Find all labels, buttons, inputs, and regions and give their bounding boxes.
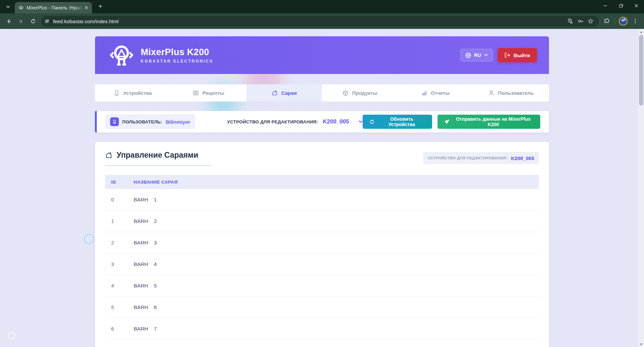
nav-tab-label: Пользователь — [498, 90, 534, 96]
refresh-label: Обновить Устройства — [378, 116, 425, 127]
user-badge: ПОЛЬЗОВАТЕЛЬ: Bilinmiyor — [105, 114, 195, 129]
user-value: Bilinmiyor — [166, 119, 190, 125]
minimize-button[interactable] — [598, 0, 613, 11]
scroll-up-arrow[interactable]: ▲ — [638, 29, 644, 35]
restore-icon — [619, 4, 623, 8]
cell-name: BARH 7 — [134, 326, 157, 332]
page-title-block: Управление Сараями — [105, 151, 212, 166]
nav-tab-user[interactable]: Пользователь — [473, 84, 549, 102]
bookmark-button[interactable] — [586, 16, 595, 26]
key-icon — [578, 18, 584, 24]
cell-id: 5 — [105, 304, 134, 310]
avatar — [619, 17, 628, 26]
cell-name: BARH 5 — [134, 283, 157, 289]
table-row[interactable]: 4 BARH 5 — [105, 275, 539, 297]
send-label: Отправить данные на MixerPlus K200 — [453, 116, 534, 127]
chevron-down-icon — [484, 54, 488, 56]
device-badge-value: K200_005 — [511, 155, 534, 161]
browser-tab[interactable]: MixerPlus - Панель Управления ✕ — [15, 2, 92, 13]
page-title: Управление Сараями — [117, 151, 198, 160]
scroll-down-arrow[interactable]: ▼ — [638, 341, 644, 347]
table-row[interactable]: 0 BARH 1 — [105, 189, 539, 210]
favicon-mixerplus — [18, 5, 24, 11]
app-subtitle: KOBASTAR ELECTRONICS — [141, 59, 213, 64]
back-icon — [6, 18, 12, 24]
toolbar-separator — [615, 18, 615, 24]
send-data-button[interactable]: Отправить данные на MixerPlus K200 — [438, 115, 540, 129]
barns-table: ID НАЗВАНИЕ САРАЯ 0 BARH 1 1 BARH 2 2 BA… — [105, 175, 539, 347]
decor-ring — [8, 332, 15, 339]
close-icon — [634, 4, 638, 8]
nav-tab-devices[interactable]: Устройства — [95, 84, 171, 102]
table-row[interactable]: 2 BARH 3 — [105, 232, 539, 254]
page-scrollbar[interactable]: ▲ ▼ — [638, 29, 644, 347]
table-row[interactable]: 5 BARH 6 — [105, 297, 539, 318]
globe-icon — [465, 52, 471, 58]
cell-id: 6 — [105, 326, 134, 332]
scrollbar-thumb[interactable] — [639, 35, 643, 106]
refresh-icon — [369, 119, 375, 125]
logout-icon — [504, 52, 510, 58]
refresh-devices-button[interactable]: Обновить Устройства — [363, 115, 432, 129]
translate-icon — [568, 18, 573, 24]
nav-tab-barns[interactable]: Сараи — [246, 84, 322, 102]
cell-name: BARH 6 — [134, 304, 157, 310]
table-row[interactable]: 3 BARH 4 — [105, 254, 539, 275]
nav-tab-recipes[interactable]: Рецепты — [171, 84, 246, 102]
profile-button[interactable] — [618, 16, 628, 26]
nav-tab-label: Сараи — [281, 90, 297, 96]
brand-block: MixerPlus K200 KOBASTAR ELECTRONICS — [141, 47, 213, 64]
language-selector[interactable]: RU — [460, 49, 493, 62]
tab-title: MixerPlus - Панель Управления — [27, 5, 83, 10]
browser-menu-button[interactable] — [630, 16, 640, 26]
password-manager-button[interactable] — [576, 16, 585, 26]
user-device-icon — [110, 117, 119, 126]
logout-label: Выйти — [514, 52, 530, 58]
table-header: ID НАЗВАНИЕ САРАЯ — [105, 175, 539, 189]
chart-icon — [421, 90, 427, 96]
page-background: MixerPlus K200 KOBASTAR ELECTRONICS RU В… — [0, 29, 644, 347]
minimize-icon — [603, 4, 607, 8]
info-bar: ПОЛЬЗОВАТЕЛЬ: Bilinmiyor УСТРОЙСТВО ДЛЯ … — [95, 111, 549, 132]
column-header-id: ID — [105, 180, 134, 185]
nav-tab-label: Продукты — [352, 90, 377, 96]
home-icon — [105, 152, 112, 159]
send-icon — [444, 119, 450, 125]
nav-tab-products[interactable]: Продукты — [322, 84, 398, 102]
new-tab-button[interactable]: + — [96, 2, 105, 11]
browser-toolbar: feed.kobastar.com/index.html — [0, 13, 644, 29]
tab-close-icon[interactable]: ✕ — [83, 5, 89, 11]
extensions-button[interactable] — [602, 16, 612, 26]
main-navigation: Устройства Рецепты Сараи Продукты Отчеты… — [95, 84, 549, 102]
site-settings-icon — [44, 18, 50, 24]
device-badge: УСТРОЙСТВО ДЛЯ РЕДАКТИРОВАНИЯ: K200_005 — [423, 152, 539, 164]
app-header: MixerPlus K200 KOBASTAR ELECTRONICS RU В… — [95, 36, 549, 74]
logout-button[interactable]: Выйти — [498, 48, 537, 62]
barn-management-card: Управление Сараями УСТРОЙСТВО ДЛЯ РЕДАКТ… — [95, 142, 549, 347]
nav-tab-reports[interactable]: Отчеты — [398, 84, 473, 102]
table-row[interactable]: 1 BARH 2 — [105, 210, 539, 232]
forward-button[interactable] — [15, 16, 26, 27]
cell-name: BARH 1 — [134, 197, 157, 203]
restore-button[interactable] — [613, 0, 629, 11]
reload-button[interactable] — [28, 16, 38, 27]
cell-id: 4 — [105, 283, 134, 288]
device-badge-label: УСТРОЙСТВО ДЛЯ РЕДАКТИРОВАНИЯ: — [428, 156, 507, 160]
nav-tab-label: Рецепты — [202, 90, 224, 96]
device-select[interactable]: УСТРОЙСТВО ДЛЯ РЕДАКТИРОВАНИЯ: K200_005 — [227, 118, 363, 125]
cell-id: 2 — [105, 240, 134, 245]
table-row[interactable]: 6 BARH 7 — [105, 318, 539, 340]
url-text[interactable]: feed.kobastar.com/index.html — [53, 18, 565, 24]
tab-search-button[interactable] — [3, 2, 13, 11]
table-row[interactable]: 7 BARH 8 — [105, 340, 539, 347]
device-select-label: УСТРОЙСТВО ДЛЯ РЕДАКТИРОВАНИЯ: — [227, 119, 318, 124]
cell-name: BARH 4 — [134, 261, 157, 267]
close-window-button[interactable] — [629, 0, 644, 11]
nav-tab-label: Отчеты — [431, 90, 450, 96]
cell-name: BARH 2 — [134, 218, 157, 224]
translate-button[interactable] — [566, 16, 575, 26]
decor-ring — [84, 234, 94, 244]
back-button[interactable] — [3, 16, 14, 27]
user-label: ПОЛЬЗОВАТЕЛЬ: — [122, 119, 162, 124]
address-bar[interactable]: feed.kobastar.com/index.html — [41, 16, 599, 27]
